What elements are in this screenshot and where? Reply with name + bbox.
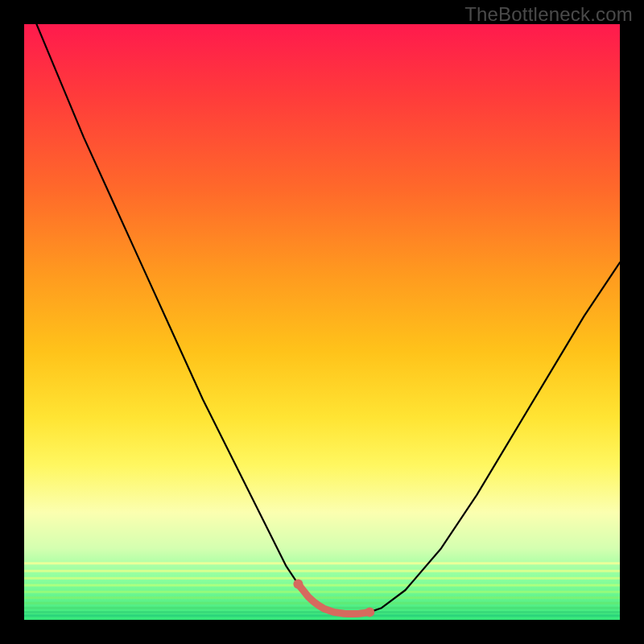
- plot-area: [24, 24, 620, 620]
- chart-svg: [24, 24, 620, 620]
- optimal-range-left-dot: [293, 580, 303, 589]
- watermark-text: TheBottleneck.com: [464, 3, 633, 26]
- chart-frame: TheBottleneck.com: [0, 0, 644, 644]
- bottleneck-curve: [24, 24, 620, 614]
- optimal-range-right-dot: [365, 607, 374, 617]
